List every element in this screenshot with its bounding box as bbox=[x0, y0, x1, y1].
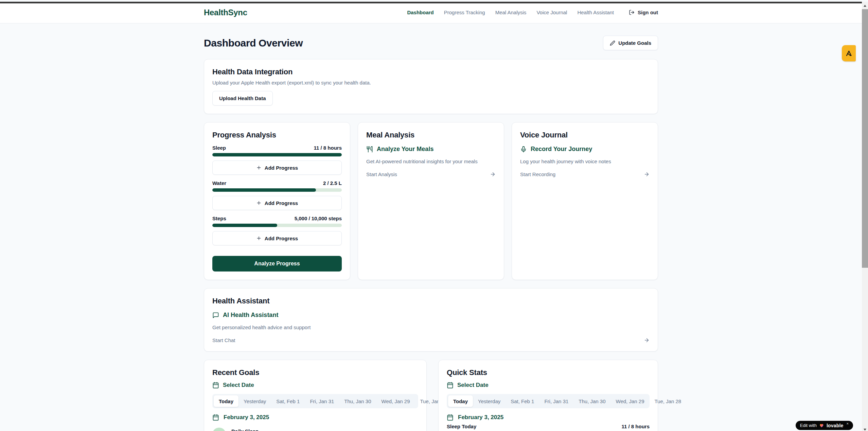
meal-analysis-card: Meal Analysis Analyze Your Meals Get AI-… bbox=[358, 122, 504, 280]
start-recording-action[interactable]: Start Recording bbox=[520, 171, 650, 177]
metric-value: 11 / 8 hours bbox=[314, 145, 342, 151]
recent-goals-select-date[interactable]: Select Date bbox=[212, 382, 418, 389]
meal-analysis-description: Get AI-powered nutritional insights for … bbox=[366, 158, 496, 164]
nav-item-meal-analysis[interactable]: Meal Analysis bbox=[495, 10, 527, 15]
date-tab-fri-jan-31[interactable]: Fri, Jan 31 bbox=[539, 395, 573, 407]
goal-item-daily-sleep: Daily Sleep11 / 8 hours bbox=[212, 428, 418, 431]
health-data-title: Health Data Integration bbox=[212, 68, 650, 76]
metric-label: Water bbox=[212, 180, 226, 186]
update-goals-label: Update Goals bbox=[618, 40, 651, 46]
date-tab-fri-jan-31[interactable]: Fri, Jan 31 bbox=[305, 395, 339, 407]
recent-goals-date-tabs: TodayYesterdaySat, Feb 1Fri, Jan 31Thu, … bbox=[212, 394, 418, 408]
record-your-journey-link[interactable]: Record Your Journey bbox=[520, 146, 650, 153]
brand-logo[interactable]: HealthSync bbox=[204, 8, 247, 17]
date-tab-today[interactable]: Today bbox=[448, 395, 473, 407]
select-date-label: Select Date bbox=[457, 382, 489, 389]
date-tab-wed-jan-29[interactable]: Wed, Jan 29 bbox=[376, 395, 415, 407]
nav-item-progress-tracking[interactable]: Progress Tracking bbox=[444, 10, 485, 15]
date-tab-tue-jan-28[interactable]: Tue, Jan 28 bbox=[650, 395, 687, 407]
quick-stats-select-date[interactable]: Select Date bbox=[447, 382, 650, 389]
nav-item-health-assistant[interactable]: Health Assistant bbox=[577, 10, 614, 15]
metric-label: Steps bbox=[212, 215, 226, 221]
goal-name: Daily Sleep bbox=[231, 428, 259, 431]
scrollbar-down-arrow[interactable] bbox=[862, 427, 868, 431]
upload-health-data-button[interactable]: Upload Health Data bbox=[212, 91, 273, 106]
date-tab-thu-jan-30[interactable]: Thu, Jan 30 bbox=[573, 395, 610, 407]
health-data-integration-card: Health Data Integration Upload your Appl… bbox=[204, 59, 658, 114]
microphone-icon bbox=[520, 146, 527, 153]
date-tab-wed-jan-29[interactable]: Wed, Jan 29 bbox=[611, 395, 650, 407]
progress-metric-sleep: Sleep11 / 8 hoursAdd Progress bbox=[212, 145, 342, 175]
quick-stat-head: Sleep Today 11 / 8 hours bbox=[447, 424, 650, 429]
quick-stat-value: 11 / 8 hours bbox=[621, 424, 650, 429]
goals-list: Daily Sleep11 / 8 hours bbox=[212, 428, 418, 431]
start-chat-label: Start Chat bbox=[212, 337, 235, 343]
date-tab-yesterday[interactable]: Yesterday bbox=[473, 395, 506, 407]
date-tab-thu-jan-30[interactable]: Thu, Jan 30 bbox=[339, 395, 376, 407]
badge-close-icon[interactable]: × bbox=[847, 421, 849, 426]
app-root: HealthSync DashboardProgress TrackingMea… bbox=[0, 2, 862, 431]
utensils-icon bbox=[366, 146, 373, 153]
progress-metric-water: Water2 / 2.5 LAdd Progress bbox=[212, 180, 342, 210]
date-tab-sat-feb-1[interactable]: Sat, Feb 1 bbox=[506, 395, 539, 407]
quick-stats-selected-date[interactable]: February 3, 2025 bbox=[447, 414, 650, 421]
ai-health-assistant-link[interactable]: AI Health Assistant bbox=[212, 312, 650, 319]
date-tab-sat-feb-1[interactable]: Sat, Feb 1 bbox=[271, 395, 305, 407]
health-assistant-card: Health Assistant AI Health Assistant Get… bbox=[204, 288, 658, 352]
progress-metric-steps: Steps5,000 / 10,000 stepsAdd Progress bbox=[212, 215, 342, 245]
date-tab-yesterday[interactable]: Yesterday bbox=[238, 395, 271, 407]
plus-icon bbox=[256, 165, 262, 170]
add-progress-label: Add Progress bbox=[265, 200, 298, 206]
health-assistant-description: Get personalized health advice and suppo… bbox=[212, 324, 650, 330]
add-progress-button[interactable]: Add Progress bbox=[212, 231, 342, 245]
metric-value: 2 / 2.5 L bbox=[323, 180, 342, 186]
selected-date-label: February 3, 2025 bbox=[224, 414, 269, 421]
quick-stat-label: Sleep Today bbox=[447, 424, 476, 429]
sign-out-button[interactable]: Sign out bbox=[629, 10, 658, 15]
badge-brand: lovable bbox=[827, 423, 844, 428]
quick-stats-card: Quick Stats Select Date TodayYesterdaySa… bbox=[438, 360, 658, 431]
scrollbar[interactable] bbox=[862, 2, 868, 431]
analyze-progress-button[interactable]: Analyze Progress bbox=[212, 256, 342, 271]
scrollbar-thumb[interactable] bbox=[862, 9, 868, 268]
analyze-your-meals-link[interactable]: Analyze Your Meals bbox=[366, 146, 496, 153]
start-analysis-action[interactable]: Start Analysis bbox=[366, 171, 496, 177]
logo-a-icon bbox=[845, 50, 853, 57]
progress-bar bbox=[212, 188, 342, 192]
start-chat-action[interactable]: Start Chat bbox=[212, 337, 650, 343]
metric-label: Sleep bbox=[212, 145, 226, 151]
health-data-description: Upload your Apple Health export (export.… bbox=[212, 80, 650, 86]
chat-bubble-icon bbox=[212, 312, 219, 319]
scrollbar-up-arrow[interactable] bbox=[862, 3, 868, 9]
add-progress-label: Add Progress bbox=[265, 236, 298, 241]
logout-icon bbox=[629, 10, 635, 15]
nav-item-dashboard[interactable]: Dashboard bbox=[407, 10, 433, 15]
calendar-icon bbox=[447, 382, 454, 389]
meal-analysis-title: Meal Analysis bbox=[366, 131, 496, 139]
voice-journal-title: Voice Journal bbox=[520, 131, 650, 139]
calendar-icon bbox=[212, 414, 219, 421]
recent-goals-selected-date[interactable]: February 3, 2025 bbox=[212, 414, 418, 421]
page-title: Dashboard Overview bbox=[204, 37, 303, 49]
voice-journal-description: Log your health journey with voice notes bbox=[520, 158, 650, 164]
floating-assistant-button[interactable] bbox=[842, 45, 856, 61]
update-goals-button[interactable]: Update Goals bbox=[603, 36, 658, 50]
add-progress-button[interactable]: Add Progress bbox=[212, 161, 342, 175]
sign-out-label: Sign out bbox=[638, 10, 658, 15]
heart-icon bbox=[819, 423, 824, 428]
calendar-icon bbox=[212, 382, 219, 389]
add-progress-label: Add Progress bbox=[265, 165, 298, 171]
edit-with-lovable-badge[interactable]: Edit with lovable × bbox=[796, 421, 853, 430]
add-progress-button[interactable]: Add Progress bbox=[212, 196, 342, 210]
browser-top-strip bbox=[0, 2, 862, 3]
progress-analysis-card: Progress Analysis Sleep11 / 8 hoursAdd P… bbox=[204, 122, 350, 280]
health-assistant-title: Health Assistant bbox=[212, 297, 650, 305]
header: HealthSync DashboardProgress TrackingMea… bbox=[0, 2, 862, 23]
main-content: Dashboard Overview Update Goals Health D… bbox=[204, 23, 658, 431]
voice-journal-card: Voice Journal Record Your Journey Log yo… bbox=[512, 122, 658, 280]
plus-icon bbox=[256, 236, 262, 241]
nav-item-voice-journal[interactable]: Voice Journal bbox=[536, 10, 567, 15]
start-recording-label: Start Recording bbox=[520, 171, 555, 177]
selected-date-label: February 3, 2025 bbox=[458, 414, 503, 421]
date-tab-today[interactable]: Today bbox=[214, 395, 238, 407]
